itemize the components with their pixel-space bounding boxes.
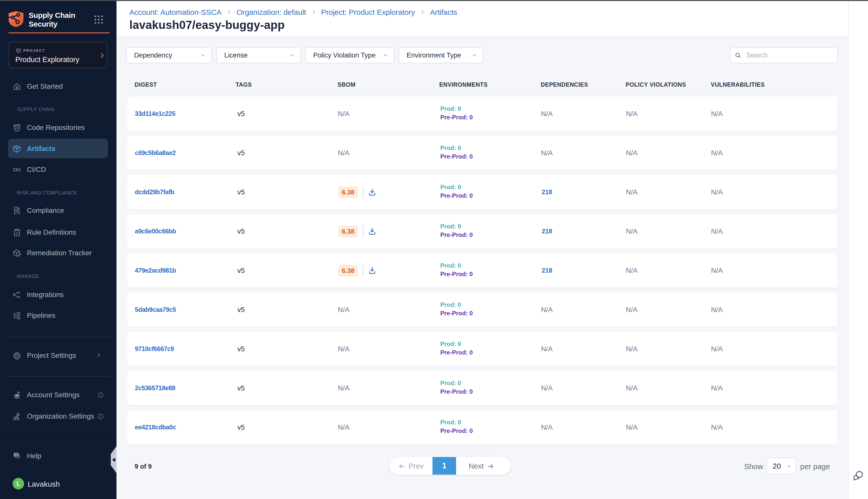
svg-text:?: ?	[15, 453, 17, 457]
